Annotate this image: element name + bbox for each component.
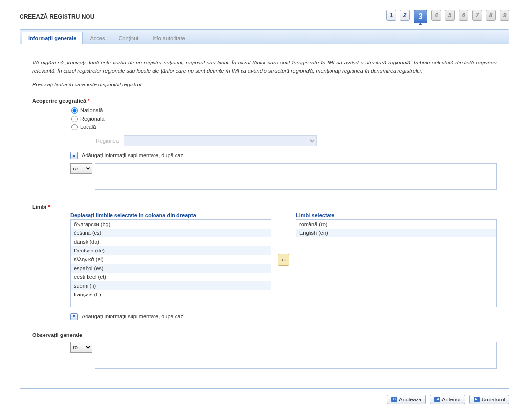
available-language-item[interactable]: български (bg) bbox=[71, 220, 271, 229]
coverage-regional-row[interactable]: Regională bbox=[71, 115, 497, 123]
available-language-item[interactable]: suomi (fi) bbox=[71, 281, 271, 290]
required-marker: * bbox=[48, 204, 50, 210]
arrow-left-icon: ◄ bbox=[434, 397, 440, 402]
coverage-national-radio[interactable] bbox=[71, 107, 78, 114]
coverage-regional-radio[interactable] bbox=[71, 116, 78, 122]
coverage-regional-label: Regională bbox=[80, 116, 105, 122]
available-language-item[interactable]: español (es) bbox=[71, 264, 271, 273]
tab-0[interactable]: Informații generale bbox=[22, 32, 83, 44]
coverage-local-radio[interactable] bbox=[71, 124, 78, 130]
step-2[interactable]: 2 bbox=[400, 10, 410, 21]
additional-info-toggle-label-2: Adăugați informații suplimentare, după c… bbox=[82, 314, 183, 319]
arrow-right-icon: ► bbox=[474, 397, 480, 402]
next-button[interactable]: ► Următorul bbox=[469, 395, 509, 404]
available-language-item[interactable]: dansk (da) bbox=[71, 237, 271, 246]
next-button-label: Următorul bbox=[482, 397, 505, 402]
previous-button[interactable]: ◄ Anterior bbox=[430, 395, 465, 404]
drag-move-icon: ↔ bbox=[278, 254, 289, 266]
previous-button-label: Anterior bbox=[442, 397, 461, 402]
region-select[interactable] bbox=[124, 135, 317, 146]
additional-info-toggle-label: Adăugați informații suplimentare, după c… bbox=[82, 152, 183, 158]
selected-languages-list[interactable]: română (ro)English (en) bbox=[296, 219, 497, 307]
step-9: 9 bbox=[500, 10, 509, 21]
selected-languages-title: Limbi selectate bbox=[296, 212, 497, 218]
intro-text-2: Precizați limba în care este disponibil … bbox=[32, 81, 497, 89]
available-language-item[interactable]: français (fr) bbox=[71, 290, 271, 299]
intro-text-1: Vă rugăm să precizați dacă este vorba de… bbox=[32, 59, 497, 75]
step-7: 7 bbox=[472, 10, 482, 21]
tab-bar: Informații generaleAccesConținutInfo aut… bbox=[20, 29, 509, 44]
close-icon: × bbox=[391, 397, 397, 402]
region-label: Regiunea bbox=[96, 138, 119, 144]
selected-language-item[interactable]: română (ro) bbox=[296, 220, 496, 229]
available-language-item[interactable]: čeština (cs) bbox=[71, 229, 271, 237]
available-languages-list[interactable]: български (bg)čeština (cs)dansk (da)Deut… bbox=[70, 219, 271, 307]
step-1[interactable]: 1 bbox=[386, 10, 396, 21]
step-6: 6 bbox=[459, 10, 468, 21]
collapse-icon[interactable]: ▲ bbox=[70, 152, 78, 159]
step-4: 4 bbox=[431, 10, 441, 21]
observations-label: Observații generale bbox=[32, 332, 82, 338]
observations-lang-select[interactable]: ro bbox=[70, 342, 92, 353]
cancel-button[interactable]: × Anulează bbox=[387, 395, 426, 404]
coverage-national-row[interactable]: Națională bbox=[71, 106, 497, 115]
tab-2[interactable]: Conținut bbox=[112, 32, 145, 44]
available-language-item[interactable]: eesti keel (et) bbox=[71, 273, 271, 281]
tab-content: Vă rugăm să precizați dacă este vorba de… bbox=[20, 44, 509, 389]
step-5: 5 bbox=[445, 10, 455, 21]
languages-label: Limbi bbox=[32, 204, 46, 210]
coverage-national-label: Națională bbox=[80, 107, 103, 113]
cancel-button-label: Anulează bbox=[399, 397, 421, 402]
selected-language-item[interactable]: English (en) bbox=[296, 229, 496, 237]
available-language-item[interactable]: Deutsch (de) bbox=[71, 246, 271, 255]
info-lang-select[interactable]: ro bbox=[70, 163, 92, 174]
coverage-local-label: Locală bbox=[80, 124, 96, 130]
coverage-local-row[interactable]: Locală bbox=[71, 123, 497, 131]
available-languages-title: Deplasați limbile selectate în coloana d… bbox=[70, 212, 271, 218]
page-title: CREEAZĂ REGISTRU NOU bbox=[20, 13, 94, 20]
required-marker: * bbox=[88, 98, 89, 104]
wizard-steps: 123456789 bbox=[386, 10, 509, 23]
tab-1[interactable]: Acces bbox=[84, 32, 111, 44]
tab-3[interactable]: Info autoritate bbox=[146, 32, 191, 44]
step-8: 8 bbox=[486, 10, 496, 21]
additional-info-textarea[interactable] bbox=[95, 163, 497, 190]
available-language-item[interactable]: ελληνικά (el) bbox=[71, 255, 271, 264]
expand-icon[interactable]: ▼ bbox=[70, 313, 78, 320]
coverage-label: Acoperire geografică bbox=[32, 98, 86, 104]
observations-textarea[interactable] bbox=[95, 342, 497, 369]
step-3[interactable]: 3 bbox=[414, 10, 427, 23]
